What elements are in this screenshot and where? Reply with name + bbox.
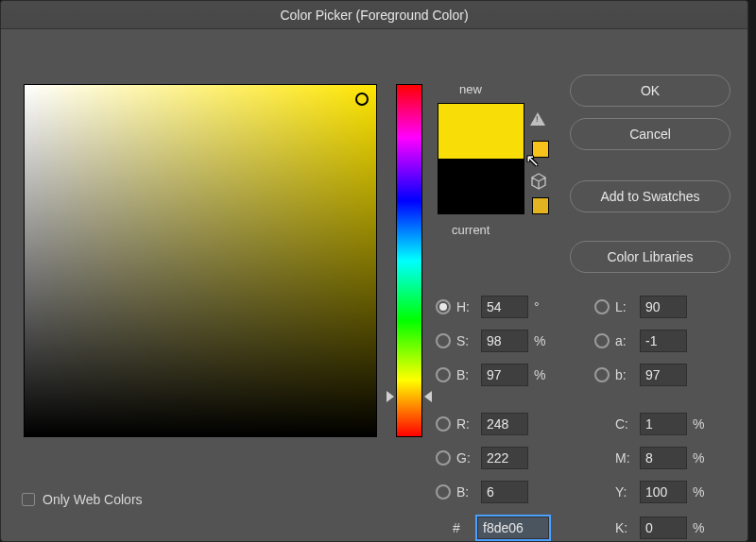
l-row: L:	[594, 296, 687, 318]
l-input[interactable]	[640, 296, 687, 318]
h-radio[interactable]	[436, 299, 451, 314]
ok-button[interactable]: OK	[570, 75, 730, 107]
b-lab-label: b:	[615, 367, 634, 382]
color-libraries-button[interactable]: Color Libraries	[570, 241, 730, 273]
y-row: Y: %	[594, 481, 706, 503]
k-input[interactable]	[640, 517, 687, 539]
m-label: M:	[615, 450, 634, 466]
hue-pointer-right-icon[interactable]	[424, 391, 432, 402]
l-label: L:	[615, 299, 634, 314]
hex-label: #	[453, 520, 472, 535]
s-row: S: %	[436, 330, 547, 352]
add-to-swatches-button[interactable]: Add to Swatches	[570, 180, 730, 212]
s-input[interactable]	[481, 330, 528, 352]
hex-input[interactable]	[477, 517, 549, 539]
c-label: C:	[615, 416, 634, 432]
new-color-swatch[interactable]	[438, 104, 524, 159]
r-input[interactable]	[481, 413, 528, 435]
gamut-warning-icon[interactable]	[530, 112, 545, 126]
c-unit: %	[693, 416, 706, 432]
y-unit: %	[693, 484, 706, 500]
r-label: R:	[456, 416, 475, 432]
h-unit: °	[534, 299, 547, 314]
g-radio[interactable]	[436, 450, 451, 466]
h-row: H: °	[436, 296, 547, 318]
y-label: Y:	[615, 484, 634, 500]
c-input[interactable]	[640, 413, 687, 435]
b-lab-input[interactable]	[640, 364, 687, 386]
r-row: R:	[436, 413, 528, 435]
m-unit: %	[693, 450, 706, 466]
h-input[interactable]	[481, 296, 528, 318]
r-radio[interactable]	[436, 416, 451, 432]
k-label: K:	[615, 520, 634, 535]
g-row: G:	[436, 447, 528, 469]
g-input[interactable]	[481, 447, 528, 469]
hue-slider[interactable]	[396, 84, 422, 437]
only-web-colors-checkbox[interactable]	[22, 493, 35, 506]
color-picker-dialog: Color Picker (Foreground Color) new curr…	[0, 0, 748, 542]
b-hsb-row: B: %	[436, 364, 547, 386]
cancel-button[interactable]: Cancel	[570, 118, 730, 150]
saturation-brightness-field[interactable]	[24, 84, 377, 437]
b-rgb-row: B:	[436, 481, 528, 503]
sb-pointer-icon[interactable]	[355, 93, 369, 106]
s-radio[interactable]	[436, 333, 451, 348]
b-hsb-input[interactable]	[481, 364, 528, 386]
b-rgb-label: B:	[456, 484, 475, 500]
hue-pointer-left-icon[interactable]	[387, 391, 394, 402]
color-preview	[438, 103, 524, 214]
g-label: G:	[456, 450, 475, 466]
b-hsb-unit: %	[534, 367, 547, 382]
m-input[interactable]	[640, 447, 687, 469]
dialog-content: new current ↖ OK Cancel Add to Swatches …	[1, 29, 747, 63]
b-hsb-radio[interactable]	[436, 367, 451, 382]
k-row: K: %	[594, 517, 706, 539]
websafe-warning-swatch[interactable]	[532, 197, 549, 214]
b-rgb-input[interactable]	[481, 481, 528, 503]
dialog-titlebar[interactable]: Color Picker (Foreground Color)	[1, 1, 747, 29]
h-label: H:	[456, 299, 475, 314]
l-radio[interactable]	[594, 299, 610, 314]
m-row: M: %	[594, 447, 706, 469]
websafe-warning-icon[interactable]	[530, 173, 547, 190]
dialog-title: Color Picker (Foreground Color)	[280, 8, 468, 23]
b-rgb-radio[interactable]	[436, 484, 451, 500]
only-web-colors-option[interactable]: Only Web Colors	[22, 492, 143, 507]
a-label: a:	[615, 333, 634, 348]
gamut-warning-swatch[interactable]	[532, 141, 549, 158]
s-label: S:	[456, 333, 475, 348]
a-row: a:	[594, 330, 687, 352]
s-unit: %	[534, 333, 547, 348]
b-lab-row: b:	[594, 364, 687, 386]
k-unit: %	[693, 520, 706, 535]
current-color-label: current	[452, 223, 490, 237]
a-input[interactable]	[640, 330, 687, 352]
b-lab-radio[interactable]	[594, 367, 610, 382]
hex-row: #	[453, 517, 549, 539]
only-web-colors-label: Only Web Colors	[43, 492, 143, 507]
new-color-label: new	[459, 82, 482, 96]
current-color-swatch[interactable]	[438, 159, 524, 213]
c-row: C: %	[594, 413, 706, 435]
b-hsb-label: B:	[456, 367, 475, 382]
a-radio[interactable]	[594, 333, 610, 348]
y-input[interactable]	[640, 481, 687, 503]
